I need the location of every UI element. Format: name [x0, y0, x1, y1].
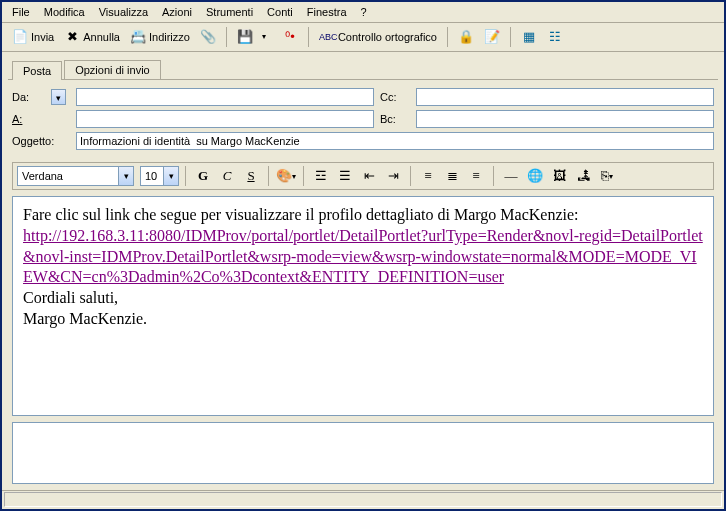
subject-field[interactable]: [76, 132, 714, 150]
panel2-icon: ☷: [547, 29, 563, 45]
message-body[interactable]: Fare clic sul link che segue per visuali…: [12, 196, 714, 416]
subject-label: Oggetto:: [12, 135, 70, 147]
save-button[interactable]: 💾▾: [233, 26, 276, 48]
cancel-icon: ✖: [64, 29, 80, 45]
menu-finestra[interactable]: Finestra: [301, 4, 353, 20]
link-button[interactable]: 🌐: [524, 166, 546, 186]
sign-button[interactable]: 📝: [480, 26, 504, 48]
object-icon: ⎘: [601, 168, 609, 184]
hr-icon: —: [505, 168, 518, 184]
image-icon: 🖼: [553, 168, 566, 184]
address-panel: Da: ▾ Cc: A: Bc: Oggetto:: [2, 80, 724, 158]
italic-button[interactable]: C: [216, 166, 238, 186]
lock-button[interactable]: 🔒: [454, 26, 478, 48]
object-button[interactable]: ⎘▾: [596, 166, 618, 186]
color-button[interactable]: 🎨▾: [275, 166, 297, 186]
body-sig2: Margo MacKenzie.: [23, 309, 703, 330]
view1-button[interactable]: ▦: [517, 26, 541, 48]
align-center-button[interactable]: ≣: [441, 166, 463, 186]
outdent-button[interactable]: ⇤: [358, 166, 380, 186]
menu-visualizza[interactable]: Visualizza: [93, 4, 154, 20]
palette-icon: 🎨: [276, 168, 292, 184]
bc-field[interactable]: [416, 110, 714, 128]
address-button[interactable]: 📇Indirizzo: [126, 26, 194, 48]
indent-button[interactable]: ⇥: [382, 166, 404, 186]
menu-conti[interactable]: Conti: [261, 4, 299, 20]
menu-bar: File Modifica Visualizza Azioni Strument…: [2, 2, 724, 23]
tab-bar: Posta Opzioni di invio: [2, 52, 724, 79]
cancel-button[interactable]: ✖Annulla: [60, 26, 124, 48]
underline-button[interactable]: S: [240, 166, 262, 186]
menu-azioni[interactable]: Azioni: [156, 4, 198, 20]
bc-label: Bc:: [380, 113, 410, 125]
cc-label: Cc:: [380, 91, 410, 103]
addressbook-icon: 📇: [130, 29, 146, 45]
status-segment: [4, 492, 722, 507]
body-link[interactable]: http://192.168.3.11:8080/IDMProv/portal/…: [23, 227, 703, 286]
size-input[interactable]: [141, 167, 163, 185]
tab-opzioni[interactable]: Opzioni di invio: [64, 60, 161, 79]
globe-icon: 🌐: [527, 168, 543, 184]
menu-help[interactable]: ?: [355, 4, 373, 20]
status-bar: [2, 490, 724, 508]
main-toolbar: 📄Invia ✖Annulla 📇Indirizzo 📎 💾▾ ⁰• ABCCo…: [2, 23, 724, 52]
format-toolbar: ▾ ▾ G C S 🎨▾ ☲ ☰ ⇤ ⇥ ≡ ≣ ≡ — 🌐 🖼 🏞 ⎘▾: [12, 162, 714, 190]
hr-button[interactable]: —: [500, 166, 522, 186]
bgimage-button[interactable]: 🏞: [572, 166, 594, 186]
body-sig1: Cordiali saluti,: [23, 288, 703, 309]
bold-button[interactable]: G: [192, 166, 214, 186]
align-center-icon: ≣: [447, 168, 458, 184]
menu-strumenti[interactable]: Strumenti: [200, 4, 259, 20]
font-combo[interactable]: ▾: [17, 166, 134, 186]
panel-icon: ▦: [521, 29, 537, 45]
send-icon: 📄: [12, 29, 28, 45]
view2-button[interactable]: ☷: [543, 26, 567, 48]
image-button[interactable]: 🖼: [548, 166, 570, 186]
sign-icon: 📝: [484, 29, 500, 45]
bulletlist-icon: ☰: [339, 168, 351, 184]
priority-button[interactable]: ⁰•: [278, 26, 302, 48]
body-intro: Fare clic sul link che segue per visuali…: [23, 205, 703, 226]
attachment-area[interactable]: [12, 422, 714, 484]
indent-icon: ⇥: [388, 168, 399, 184]
tab-posta[interactable]: Posta: [12, 61, 62, 80]
from-label: Da:: [12, 91, 29, 103]
size-combo[interactable]: ▾: [140, 166, 179, 186]
abc-icon: ABC: [319, 29, 335, 45]
bulletlist-button[interactable]: ☰: [334, 166, 356, 186]
send-button[interactable]: 📄Invia: [8, 26, 58, 48]
to-field[interactable]: [76, 110, 374, 128]
lock-icon: 🔒: [458, 29, 474, 45]
font-dropdown-icon[interactable]: ▾: [118, 167, 133, 185]
priority-icon: ⁰•: [282, 29, 298, 45]
from-dropdown-icon[interactable]: ▾: [51, 89, 66, 105]
align-left-button[interactable]: ≡: [417, 166, 439, 186]
disk-icon: 💾: [237, 29, 253, 45]
from-field[interactable]: [76, 88, 374, 106]
cc-field[interactable]: [416, 88, 714, 106]
align-right-button[interactable]: ≡: [465, 166, 487, 186]
menu-file[interactable]: File: [6, 4, 36, 20]
align-right-icon: ≡: [472, 168, 479, 184]
to-label: A:: [12, 113, 70, 125]
font-input[interactable]: [18, 167, 118, 185]
numlist-button[interactable]: ☲: [310, 166, 332, 186]
from-label-combo[interactable]: Da: ▾: [12, 89, 70, 105]
outdent-icon: ⇤: [364, 168, 375, 184]
numlist-icon: ☲: [315, 168, 327, 184]
dropdown-icon: ▾: [256, 29, 272, 45]
attach-button[interactable]: 📎: [196, 26, 220, 48]
bgimage-icon: 🏞: [577, 168, 590, 184]
menu-modifica[interactable]: Modifica: [38, 4, 91, 20]
align-left-icon: ≡: [424, 168, 431, 184]
paperclip-icon: 📎: [200, 29, 216, 45]
size-dropdown-icon[interactable]: ▾: [163, 167, 178, 185]
spellcheck-button[interactable]: ABCControllo ortografico: [315, 26, 441, 48]
